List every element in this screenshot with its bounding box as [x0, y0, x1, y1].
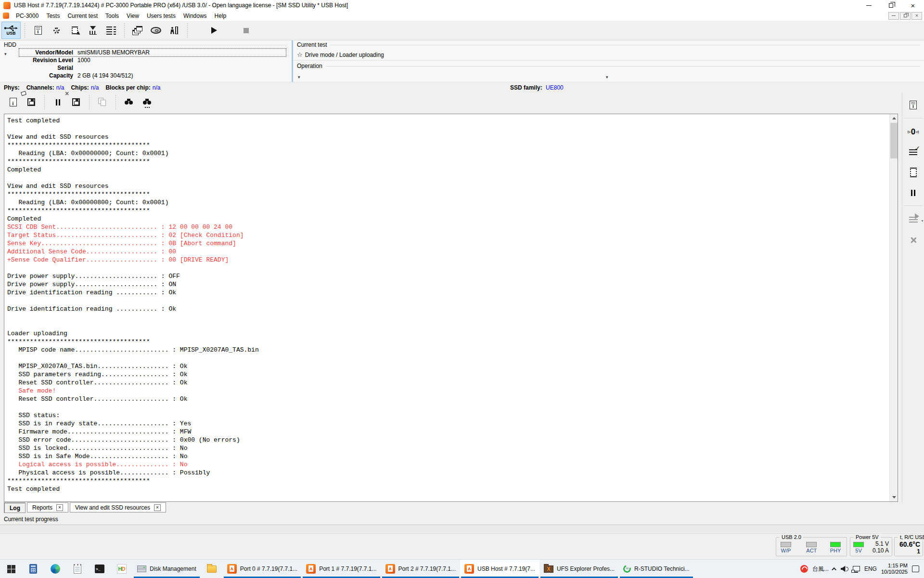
- log-line: Reset SSD controller....................…: [7, 395, 889, 403]
- script-info-button[interactable]: [30, 23, 46, 38]
- menu-items: PC-3000TestsCurrent testToolsViewUsers t…: [12, 11, 230, 21]
- menu-item[interactable]: Users tests: [143, 11, 180, 21]
- log-area[interactable]: Test completed View and edit SSD resourc…: [4, 114, 898, 502]
- usb-device-button[interactable]: USB: [1, 22, 21, 39]
- notification-icon[interactable]: [912, 565, 919, 572]
- taskbar-button-label: R-STUDIO Technici...: [634, 565, 689, 572]
- drive-selector-dropdown[interactable]: ▾: [4, 52, 7, 56]
- tab-view-edit-ssd-resources[interactable]: View and edit SSD resources ×: [70, 502, 166, 512]
- channels-label: Channels:: [26, 84, 54, 91]
- pause-log-button[interactable]: [50, 94, 65, 110]
- menu-item[interactable]: View: [123, 11, 143, 21]
- current-value: 0.10 A: [873, 547, 889, 554]
- exit-utility-icon: [170, 26, 178, 34]
- log-scrollbar[interactable]: [889, 114, 898, 501]
- script-log-button[interactable]: [906, 97, 921, 113]
- clock[interactable]: 1:15 PM 10/10/2025: [881, 563, 908, 575]
- taskbar-button-terminal[interactable]: [89, 560, 111, 578]
- menu-item[interactable]: Windows: [180, 11, 211, 21]
- weather-text[interactable]: 台風...: [812, 565, 829, 573]
- copy-button[interactable]: [95, 94, 110, 110]
- progress-bar: [0, 525, 924, 533]
- tab-log[interactable]: Log: [4, 502, 26, 513]
- start-button[interactable]: [0, 560, 22, 578]
- exit-utility-button[interactable]: [167, 23, 182, 38]
- log-line: SSD is in ready state...................…: [7, 420, 889, 428]
- scroll-down-button[interactable]: [890, 493, 898, 501]
- taskbar-button-ufs-explorer[interactable]: UFS Explorer Profes...: [539, 560, 619, 578]
- film-sectors-icon: [910, 168, 917, 177]
- typhoon-icon[interactable]: [800, 565, 808, 573]
- log-line: [7, 403, 889, 411]
- taskbar-button-notepad[interactable]: [66, 560, 89, 578]
- status-bar: USB 2.0 W/P ACT PHY Power 5V 5V 5.1 V 0.…: [0, 533, 924, 558]
- menu-item[interactable]: Tools: [102, 11, 123, 21]
- find-next-button[interactable]: [140, 94, 155, 110]
- scroll-up-button[interactable]: [890, 114, 898, 122]
- log-line: [7, 297, 889, 305]
- hidden-icons-chevron[interactable]: [832, 567, 836, 572]
- taskbar-button-usb-host[interactable]: USB Host # 7.7.19(7...: [460, 560, 539, 578]
- tab-close-button[interactable]: ×: [154, 504, 161, 511]
- taskbar-button-port2[interactable]: Port 2 # 7.7.19(7.7.1...: [381, 560, 460, 578]
- utility-settings-button[interactable]: [49, 23, 64, 38]
- tools-button[interactable]: [906, 232, 921, 248]
- scroll-thumb[interactable]: [890, 123, 898, 158]
- reset-counter-button[interactable]: 0: [906, 124, 921, 140]
- new-log-button[interactable]: [5, 94, 21, 110]
- histogram-button[interactable]: [85, 23, 101, 38]
- log-line: [7, 321, 889, 329]
- taskbar-button-r-studio[interactable]: R-STUDIO Technici...: [619, 560, 693, 578]
- menu-item[interactable]: PC-3000: [12, 11, 42, 21]
- operation-dropdown[interactable]: ▾: [298, 75, 300, 79]
- taskbar-button-edge[interactable]: [44, 560, 66, 578]
- minimize-button[interactable]: [858, 0, 880, 11]
- tab-reports[interactable]: Reports ×: [27, 502, 68, 512]
- log-line: [7, 313, 889, 321]
- mdi-restore-button[interactable]: [900, 12, 911, 20]
- speaker-icon[interactable]: [841, 565, 848, 572]
- taskbar-button-port1[interactable]: Port 1 # 7.7.19(7.7.1...: [302, 560, 381, 578]
- network-icon[interactable]: [853, 566, 860, 571]
- stop-test-button[interactable]: [238, 23, 254, 38]
- tab-close-button[interactable]: ×: [56, 504, 63, 511]
- task-list-button[interactable]: [103, 23, 119, 38]
- taskbar-button-label: Port 2 # 7.7.19(7.7.1...: [398, 565, 456, 572]
- menu-item[interactable]: Help: [211, 11, 231, 21]
- mdi-minimize-button[interactable]: [888, 12, 899, 20]
- act-led: [806, 542, 817, 547]
- cascade-windows-button[interactable]: [130, 23, 145, 38]
- mdi-close-button[interactable]: ×: [911, 12, 922, 20]
- chip-test-button[interactable]: [67, 23, 82, 38]
- language-indicator[interactable]: ENG: [864, 565, 877, 572]
- save-log-button[interactable]: [24, 94, 39, 110]
- taskbar-button-file-explorer[interactable]: [201, 560, 223, 578]
- pc3000-app-icon: [464, 564, 474, 574]
- maximize-button[interactable]: [880, 0, 902, 11]
- current-test-title: Current test: [297, 41, 327, 48]
- taskbar-button-port0[interactable]: Port 0 # 7.7.19(7.7.1...: [223, 560, 302, 578]
- run-test-button[interactable]: [206, 23, 222, 38]
- log-line: SSD is in Safe Mode.....................…: [7, 452, 889, 460]
- find-icon: [125, 99, 133, 105]
- pause-task-button[interactable]: [906, 185, 921, 200]
- operation-dropdown-2[interactable]: ▾: [606, 75, 608, 79]
- ssd-utility-button[interactable]: [148, 23, 164, 38]
- file-explorer-icon: [207, 565, 217, 573]
- menu-item[interactable]: Current test: [64, 11, 102, 21]
- run-script-icon: ▾: [909, 217, 918, 223]
- taskbar-button-disk-management[interactable]: Disk Management: [133, 560, 201, 578]
- test-check-button[interactable]: [906, 144, 921, 160]
- menu-item[interactable]: Tests: [42, 11, 64, 21]
- run-script-button[interactable]: ▾: [906, 212, 921, 227]
- clear-log-button[interactable]: [68, 94, 84, 110]
- log-line: Reset SSD controller....................…: [7, 379, 889, 387]
- close-button[interactable]: ×: [902, 0, 924, 11]
- sector-view-button[interactable]: [906, 165, 921, 180]
- find-button[interactable]: [121, 94, 137, 110]
- scroll-info-icon: [910, 101, 917, 109]
- taskbar-button-calculator[interactable]: [22, 560, 44, 578]
- taskbar-button-hxd[interactable]: [111, 560, 133, 578]
- taskbar: Disk Management Port 0 # 7.7.19(7.7.1...…: [0, 559, 924, 578]
- taskbar-button-label: Port 1 # 7.7.19(7.7.1...: [319, 565, 376, 572]
